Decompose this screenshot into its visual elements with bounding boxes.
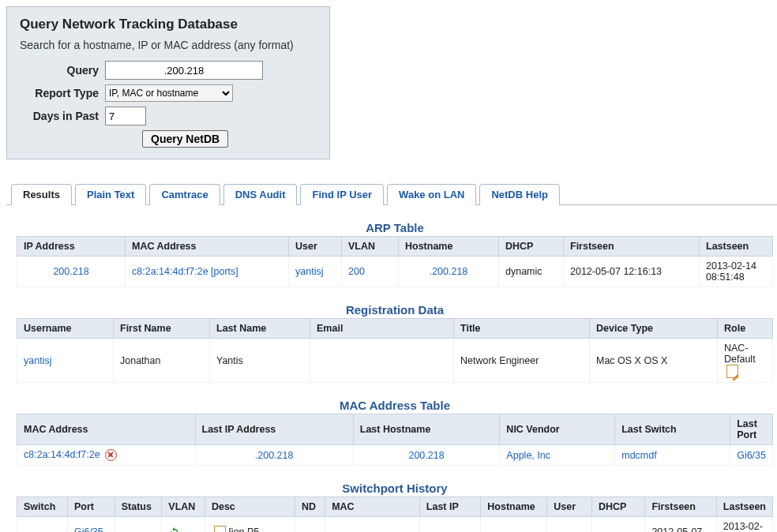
edit-icon[interactable]: [726, 365, 738, 378]
edit-icon[interactable]: [214, 526, 226, 532]
arp-ip-link[interactable]: 200.218: [53, 266, 88, 277]
sw-row: mdcmdf Gi6/35 Up 200 [jon P5 Thunderbolt…: [17, 517, 773, 532]
reg-title: Network Engineer: [454, 339, 590, 383]
mac-h-switch: Last Switch: [615, 414, 730, 445]
reg-h-user: Username: [17, 319, 114, 339]
sw-port-link[interactable]: Gi6/35: [74, 526, 103, 532]
tab-camtrace[interactable]: Camtrace: [149, 184, 220, 205]
report-type-select[interactable]: IP, MAC or hostname: [105, 84, 233, 102]
reg-h-last: Last Name: [210, 319, 310, 339]
reg-email: [310, 339, 454, 383]
tab-help[interactable]: NetDB Help: [479, 184, 560, 205]
sw-h-user: User: [547, 497, 592, 517]
switchport-table: Switch Port Status VLAN Desc ND MAC Last…: [17, 496, 773, 532]
tab-dns-audit[interactable]: DNS Audit: [223, 184, 298, 205]
reg-h-role: Role: [718, 319, 773, 339]
arp-h-last: Lastseen: [700, 237, 773, 257]
arp-first: 2012-05-07 12:16:13: [564, 257, 700, 287]
days-label: Days in Past: [20, 110, 99, 122]
mac-mac-link[interactable]: c8:2a:14:4d:f7:2e: [24, 449, 100, 460]
panel-title: Query Network Tracking Database: [20, 17, 317, 32]
mac-h-port: Last Port: [730, 414, 773, 445]
mac-table: MAC Address Last IP Address Last Hostnam…: [17, 414, 773, 466]
sw-dhcp: dynamic: [592, 517, 645, 532]
reg-h-email: Email: [310, 319, 454, 339]
reg-h-device: Device Type: [590, 319, 718, 339]
arp-h-ip: IP Address: [17, 237, 126, 257]
reg-user-link[interactable]: yantisj: [24, 355, 51, 366]
reg-lastname: Yantis: [210, 339, 310, 383]
arp-h-user: User: [289, 237, 342, 257]
sw-h-first: Firstseen: [645, 497, 716, 517]
query-input[interactable]: [105, 61, 263, 80]
query-form-panel: Query Network Tracking Database Search f…: [6, 6, 330, 159]
mac-row: c8:2a:14:4d:f7:2e .200.218 200.218 Apple…: [17, 445, 773, 466]
mac-vendor-link[interactable]: Apple, Inc: [506, 450, 550, 461]
tab-find-ip[interactable]: Find IP User: [300, 184, 384, 205]
arp-h-mac: MAC Address: [126, 237, 289, 257]
arp-h-first: Firstseen: [564, 237, 700, 257]
reg-h-title: Title: [454, 319, 590, 339]
sw-h-switch: Switch: [17, 497, 68, 517]
arp-section-title: ARP Table: [6, 221, 777, 234]
arp-host-link[interactable]: .200.218: [430, 266, 468, 277]
panel-subtitle: Search for a hostname, IP or MAC address…: [20, 39, 317, 51]
reg-device: Mac OS X OS X: [590, 339, 718, 383]
query-submit-button[interactable]: Query NetDB: [142, 130, 228, 148]
sw-first: 2012-05-07 12:15:48: [645, 517, 716, 532]
sw-h-lastip: Last IP: [419, 497, 481, 517]
mac-h-vendor: NIC Vendor: [500, 414, 615, 445]
tab-plain-text[interactable]: Plain Text: [75, 184, 146, 205]
arp-dhcp: dynamic: [499, 257, 564, 287]
reg-role: NAC-Default: [724, 343, 756, 365]
tabs: Results Plain Text Camtrace DNS Audit Fi…: [6, 183, 777, 205]
mac-host-link[interactable]: 200.218: [408, 450, 444, 461]
sw-h-desc: Desc: [205, 497, 295, 517]
sw-h-nd: ND: [295, 497, 325, 517]
mac-ip-link[interactable]: .200.218: [255, 450, 294, 461]
sw-section-title: Switchport History: [6, 481, 777, 495]
mac-section-title: MAC Address Table: [6, 399, 777, 412]
reg-table: Username First Name Last Name Email Titl…: [17, 318, 773, 383]
sw-status: Up: [114, 517, 162, 532]
arp-h-host: Hostname: [399, 237, 499, 257]
mac-h-mac: MAC Address: [17, 414, 196, 445]
report-type-label: Report Type: [20, 87, 99, 99]
arp-table: IP Address MAC Address User VLAN Hostnam…: [17, 236, 773, 287]
days-input[interactable]: [105, 107, 146, 126]
sw-h-port: Port: [67, 497, 114, 517]
sw-h-vlan: VLAN: [162, 497, 205, 517]
delete-icon[interactable]: [105, 449, 117, 461]
reg-h-first: First Name: [114, 319, 210, 339]
reg-section-title: Registration Data: [6, 303, 777, 317]
query-label: Query: [20, 64, 99, 77]
sw-h-last: Lastseen: [716, 497, 772, 517]
sw-h-status: Status: [114, 497, 162, 517]
mac-switch-link[interactable]: mdcmdf: [621, 450, 656, 461]
tab-results[interactable]: Results: [11, 184, 72, 205]
arp-row: 200.218 c8:2a:14:4d:f7:2e [ports] yantis…: [17, 257, 773, 287]
mac-h-host: Last Hostname: [353, 414, 500, 445]
arp-last: 2013-02-14 08:51:48: [700, 257, 773, 287]
reg-row: yantisj Jonathan Yantis Network Engineer…: [17, 339, 773, 383]
arp-user-link[interactable]: yantisj: [295, 266, 323, 277]
reg-firstname: Jonathan: [114, 339, 210, 383]
mac-port-link[interactable]: Gi6/35: [737, 450, 766, 461]
sw-nd: [295, 517, 325, 532]
sw-h-host: Hostname: [481, 497, 547, 517]
arp-h-dhcp: DHCP: [499, 237, 564, 257]
tab-wol[interactable]: Wake on LAN: [387, 184, 476, 205]
sw-h-mac: MAC: [325, 497, 420, 517]
arp-vlan-link[interactable]: 200: [348, 266, 365, 277]
mac-h-ip: Last IP Address: [195, 414, 353, 445]
refresh-icon[interactable]: [168, 526, 181, 532]
arp-h-vlan: VLAN: [342, 237, 399, 257]
sw-h-dhcp: DHCP: [592, 497, 645, 517]
sw-last: 2013-02-14 08:50:34: [716, 517, 772, 532]
arp-mac-link[interactable]: c8:2a:14:4d:f7:2e [ports]: [132, 266, 238, 277]
